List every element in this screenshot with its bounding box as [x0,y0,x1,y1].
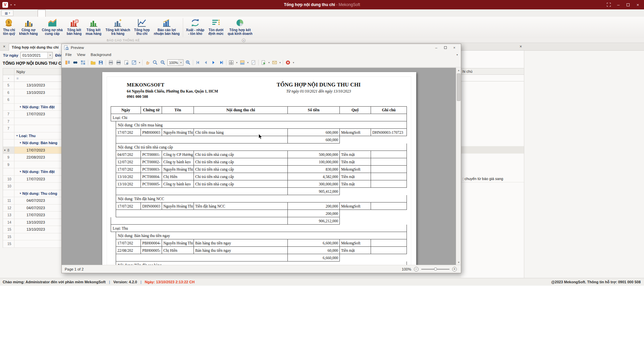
grid-cell-date[interactable] [14,240,61,247]
app-menu-button[interactable]: ▦ ▾ [1,10,13,16]
grid-cell-date[interactable]: 04/07/2023 [14,197,61,204]
grid-cell-date[interactable]: 17/07/2023 [14,176,61,183]
collapse-icon[interactable]: ▾ [20,170,21,173]
grid-row[interactable]: 12 04/07/2023 [3,205,61,212]
zoom-increase-button[interactable]: + [452,267,457,272]
menu-view[interactable]: View [74,53,88,57]
grid-row[interactable]: 15 [3,233,61,241]
page-background-button[interactable] [238,59,246,66]
scroll-down-icon[interactable]: ▼ [456,260,461,265]
zoom-in-button[interactable] [184,59,192,66]
grid-cell-note[interactable]: : chuyển từ báo giá sang [461,175,524,182]
email-button[interactable] [271,59,278,66]
grid-cell-date[interactable]: 17/07/2023 [14,111,61,118]
search-button[interactable] [71,59,79,66]
grid-row[interactable]: 7 [3,118,61,125]
grid-row[interactable]: 10 17/07/2023 [3,176,61,183]
ribbon-item[interactable]: Tồn dướiđịnh mức [206,17,226,38]
export-button[interactable] [260,59,267,66]
grid-row[interactable]: 14 13/10/2023 [3,219,61,226]
ribbon-item[interactable]: Tổng hợp kếtquả kinh doanh [226,17,255,38]
grid-cell-date[interactable]: 13/10/2023 [14,89,61,96]
preview-content[interactable]: MEKONGSOFT 64 Nguyễn Đình Chiểu, Phường … [62,68,461,265]
grid-cell-date[interactable] [14,233,61,240]
open-button[interactable] [89,59,97,66]
zoom-decrease-button[interactable]: − [414,267,419,272]
tabstrip-close-left-icon[interactable]: × [3,44,5,49]
ribbon-item[interactable]: Tổng kết kháchtrả hàng [103,17,132,38]
ribbon-item[interactable]: Tổng hợpthu chi [132,17,152,38]
print-button[interactable] [107,59,115,66]
grid-row[interactable]: 5 13/10/2023 [3,82,61,89]
grid-cell-date[interactable]: 13/10/2023 [14,219,61,226]
ribbon-item[interactable]: Tổng kếtbán hàng [65,17,84,38]
grid-row[interactable]: 13 17/07/2023 [3,212,61,219]
grid-group-row[interactable]: ▾Nội dung: Tiền đặt [3,168,61,176]
ribbon-tab[interactable] [30,10,38,17]
scroll-up-icon[interactable]: ▲ [456,68,461,73]
document-map-button[interactable] [64,59,71,66]
grid-filter-cell[interactable] [461,75,524,81]
ribbon-collapse-icon[interactable]: ▴ [242,39,246,42]
save-button[interactable] [97,59,105,66]
preview-titlebar[interactable]: Preview – × [62,44,461,51]
thumbnails-button[interactable] [79,59,87,66]
magnifier-button[interactable] [151,59,159,66]
zoom-slider-handle[interactable] [434,268,437,271]
tabstrip-close-right-icon[interactable]: × [520,44,522,49]
ribbon-tab[interactable] [15,10,23,17]
grid-row[interactable]: 10 [3,183,61,190]
grid-cell-date[interactable]: 22/08/2023 [14,154,61,161]
grid-cell-date[interactable]: 04/07/2023 [14,205,61,212]
menu-background[interactable]: Background [88,53,114,57]
ribbon-item[interactable]: Tổng kếtmua hàng [84,17,103,38]
collapse-icon[interactable]: ▾ [20,192,21,195]
zoom-slider[interactable] [421,269,449,270]
zoom-out-button[interactable] [159,59,167,66]
scale-options-icon[interactable]: ▾ [138,61,141,64]
preview-close-button[interactable]: × [450,45,459,51]
minimize-button[interactable]: – [613,1,623,8]
grid-row[interactable]: 6 13/10/2023 [3,89,61,97]
first-page-button[interactable] [194,59,202,66]
ribbon-tab-active[interactable] [38,10,46,17]
grid-row[interactable]: 7 17/07/2023 [3,111,61,118]
page-setup-button[interactable] [122,59,130,66]
preview-minimize-button[interactable]: – [432,45,441,51]
grid-cell-date[interactable] [14,118,61,125]
preview-scrollbar[interactable]: ▲ ▼ [456,68,461,265]
last-page-button[interactable] [217,59,225,66]
grid-cell-date[interactable] [14,161,61,168]
grid-group-row[interactable]: ▾Nội dung: Bán hàng [3,139,61,147]
previous-page-button[interactable] [202,59,210,66]
watermark-button[interactable] [250,59,257,66]
close-preview-options-icon[interactable]: ▾ [292,61,295,64]
filter-operator[interactable]: = [14,75,61,81]
grid-row[interactable]: 15 [3,240,61,248]
chevron-down-icon[interactable]: ▾ [47,52,52,58]
ribbon-item[interactable]: Công nợ nhàcung cấp [40,17,65,38]
grid-cell-date[interactable]: 13/10/2023 [14,226,61,233]
grid-cell-date[interactable]: 13/10/2023 [14,82,61,89]
grid-column-header-date[interactable]: Ngày [14,68,61,75]
zoom-combo[interactable]: 100% ▾ [167,59,183,66]
from-date-input[interactable]: 01/10/2021 ▾ [20,52,53,59]
grid-filter-row[interactable]: ▾ = [3,75,61,82]
multiple-pages-options-icon[interactable]: ▾ [235,61,238,64]
menubar-options-icon[interactable]: ▾ [457,53,458,56]
filter-caret-icon[interactable]: ▾ [3,75,14,81]
ribbon-item[interactable]: Xuất - nhập- tồn kho [184,17,206,38]
collapse-icon[interactable]: ▾ [20,141,21,144]
grid-group-row[interactable]: ▾Nội dung: Tiền đặt [3,104,61,111]
page-background-options-icon[interactable]: ▾ [246,61,250,64]
collapse-icon[interactable]: ▾ [20,106,21,108]
ribbon-item[interactable]: Công nợkhách hàng [17,17,40,38]
grid-row[interactable]: 9 22/08/2023 [3,154,61,161]
grid-cell-date[interactable] [14,125,61,132]
preview-maximize-button[interactable] [441,45,450,51]
grid-column-header-note[interactable]: hi chú [461,68,524,75]
scale-button[interactable] [130,59,138,66]
email-options-icon[interactable]: ▾ [278,61,282,64]
grid-row[interactable]: 6 [3,96,61,104]
maximize-button[interactable] [623,1,633,8]
